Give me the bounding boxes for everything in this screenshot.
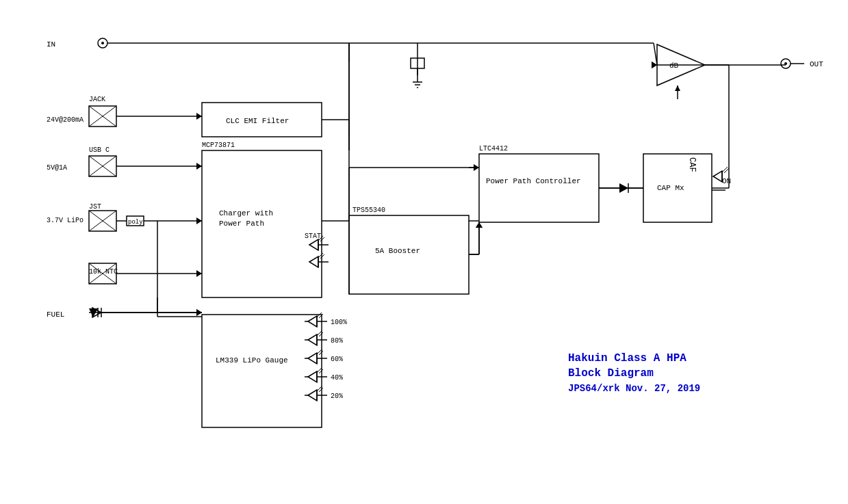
mcp73871-label: MCP73871	[202, 142, 235, 149]
svg-point-1	[101, 42, 104, 44]
ppc-label1: Power Path Controller	[486, 177, 581, 185]
charger-label1: Charger with	[219, 209, 273, 217]
on-label: ON	[722, 177, 731, 185]
poly-label: poly	[128, 219, 143, 226]
pct100-label: 100%	[331, 319, 347, 326]
lm339-label: LM339 LiPo Gauge	[216, 356, 288, 364]
block-diagram: IN OUT dB CAF JACK 24V@200mA USB C 5V@1A	[0, 0, 848, 504]
out-label: OUT	[810, 60, 823, 68]
booster-label: 5A Booster	[375, 247, 420, 255]
svg-rect-0	[0, 0, 848, 504]
pct20-label: 20%	[331, 393, 343, 400]
voltage-usb: 5V@1A	[47, 164, 67, 172]
charger-label2: Power Path	[219, 220, 264, 228]
in-label: IN	[47, 40, 55, 49]
usbc-label: USB C	[89, 146, 110, 154]
title-line2: Block Diagram	[568, 367, 654, 380]
title-line3: JPS64/xrk Nov. 27, 2019	[568, 383, 700, 394]
caf-label: CAF	[687, 157, 697, 172]
voltage-jack: 24V@200mA	[47, 116, 83, 124]
tps55340-label: TPS55340	[352, 207, 385, 214]
cap-mx-label: CAP Mx	[657, 184, 684, 192]
title-line1: Hakuin Class A HPA	[568, 352, 686, 364]
jst-label: JST	[89, 203, 101, 211]
fuel-label: FUEL	[47, 310, 64, 319]
pct80-label: 80%	[331, 337, 343, 345]
jack-label: JACK	[89, 96, 105, 103]
db-label: dB	[669, 62, 679, 70]
ltc4412-label: LTC4412	[479, 145, 508, 152]
voltage-lipo: 3.7V LiPo	[47, 217, 83, 224]
clc-emi-label: CLC EMI Filter	[226, 117, 289, 125]
diagram-container: IN OUT dB CAF JACK 24V@200mA USB C 5V@1A	[0, 0, 848, 504]
pct40-label: 40%	[331, 374, 343, 382]
pct60-label: 60%	[331, 356, 343, 363]
